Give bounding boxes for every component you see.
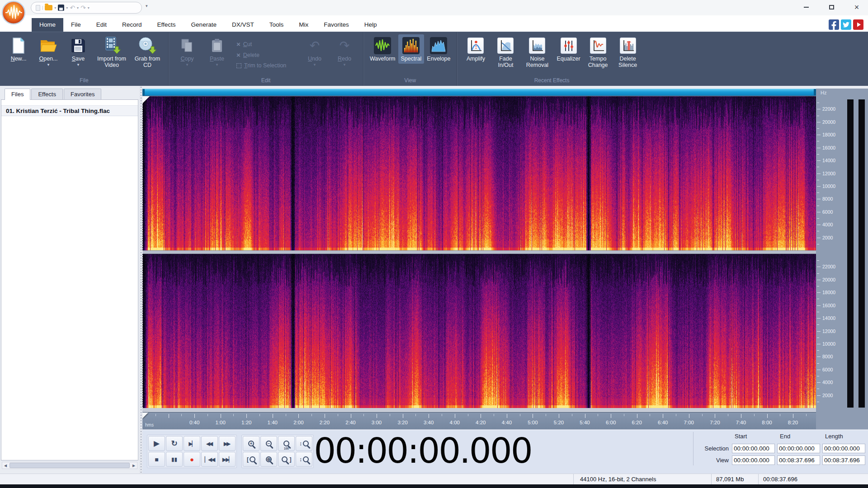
- loop-button[interactable]: ↻: [166, 436, 183, 451]
- status-file-size: 87,091 Mb: [711, 474, 758, 484]
- rewind-button[interactable]: ◀◀: [201, 436, 218, 451]
- close-icon: ×: [854, 3, 859, 11]
- menu-tab-mix[interactable]: Mix: [291, 18, 316, 32]
- time-tick-label: 8:20: [788, 420, 798, 425]
- cut-button[interactable]: ×Cut: [236, 41, 295, 47]
- minimize-button[interactable]: [799, 2, 813, 12]
- selection-end-input[interactable]: [777, 444, 820, 453]
- redo-icon[interactable]: ↷: [80, 5, 86, 11]
- menu-tab-effects[interactable]: Effects: [150, 18, 184, 32]
- save-button[interactable]: Save ▼: [63, 34, 93, 68]
- new-button-label: New...: [6, 56, 31, 62]
- trim-to-selection-button[interactable]: Trim to Selection: [236, 62, 295, 69]
- view-length-input[interactable]: [822, 455, 865, 465]
- waveform-horizontal-scrollbar[interactable]: [142, 89, 816, 96]
- copy-button[interactable]: Copy ▼: [172, 34, 202, 68]
- cut-icon: ×: [236, 41, 241, 47]
- fast-forward-button[interactable]: ▶▶: [219, 436, 236, 451]
- envelope-button-label: Envelope: [427, 56, 450, 62]
- new-file-icon[interactable]: [36, 5, 40, 11]
- facebook-icon[interactable]: [829, 19, 839, 30]
- youtube-icon[interactable]: [853, 19, 863, 30]
- open-dropdown-icon[interactable]: ▼: [47, 63, 50, 67]
- save-icon[interactable]: [58, 5, 64, 11]
- view-end-input[interactable]: [777, 455, 820, 465]
- open-dropdown-icon[interactable]: ▾: [54, 6, 56, 10]
- scrollbar-thumb[interactable]: [9, 463, 130, 468]
- amplify-button[interactable]: Amplify: [461, 34, 491, 64]
- grab-from-cd-button[interactable]: Grab from CD: [130, 34, 165, 70]
- zoom-full-button[interactable]: ⊕: [260, 452, 277, 467]
- menu-tab-tools[interactable]: Tools: [262, 18, 292, 32]
- undo-dropdown-icon[interactable]: ▾: [77, 6, 79, 10]
- open-folder-icon[interactable]: [45, 5, 52, 10]
- play-to-next-button[interactable]: ▶▏: [184, 436, 200, 451]
- scroll-right-icon[interactable]: ▶: [131, 464, 137, 468]
- delete-silence-icon: [620, 38, 636, 54]
- selection-start-input[interactable]: [732, 444, 775, 453]
- panel-tab-files[interactable]: Files: [5, 89, 30, 100]
- waveform-view-button[interactable]: Waveform: [367, 34, 398, 64]
- twitter-icon[interactable]: [841, 19, 851, 30]
- hz-tick-label: 8000: [822, 196, 833, 202]
- play-button[interactable]: ▶: [148, 436, 165, 451]
- panel-splitter[interactable]: [139, 86, 142, 474]
- fade-in-out-button[interactable]: Fade In/Out: [491, 34, 520, 70]
- panel-tab-favorites[interactable]: Favorites: [64, 89, 101, 100]
- list-item[interactable]: 01. Kristian Terzić - Tribal Thing.flac: [1, 105, 138, 116]
- maximize-button[interactable]: [825, 2, 838, 12]
- menu-tab-generate[interactable]: Generate: [184, 18, 224, 32]
- time-tick-label: 5:00: [528, 420, 538, 425]
- zoom-out-button[interactable]: −: [260, 436, 277, 451]
- redo-button[interactable]: ↷ Redo ▼: [330, 34, 359, 68]
- stop-button[interactable]: ■: [148, 452, 165, 467]
- cursor-marker-icon[interactable]: [142, 96, 150, 103]
- playback-cursor: [142, 96, 143, 408]
- menu-tab-home[interactable]: Home: [32, 18, 63, 32]
- editor-column: Hz 2200020000180001600014000120001000080…: [142, 86, 868, 474]
- close-button[interactable]: ×: [850, 2, 863, 12]
- file-list-horizontal-scrollbar[interactable]: ◀ ▶: [2, 462, 137, 469]
- spectral-view-button[interactable]: Spectral: [398, 34, 425, 64]
- pause-button[interactable]: ▮▮: [166, 452, 183, 467]
- undo-button[interactable]: ↶ Undo ▼: [300, 34, 330, 68]
- redo-dropdown-icon[interactable]: ▾: [88, 6, 90, 10]
- ruler-cursor-marker-icon[interactable]: [142, 413, 148, 418]
- menu-tab-help[interactable]: Help: [357, 18, 385, 32]
- panel-tab-effects[interactable]: Effects: [31, 89, 63, 100]
- app-logo-icon[interactable]: [1, 0, 26, 25]
- go-to-start-button[interactable]: ▏◀◀: [201, 452, 218, 467]
- zoom-in-button[interactable]: +: [243, 436, 259, 451]
- menu-tab-edit[interactable]: Edit: [89, 18, 114, 32]
- time-ruler[interactable]: 0:401:001:201:402:002:202:403:003:203:40…: [142, 412, 816, 429]
- customize-quick-access-icon[interactable]: ▾: [146, 4, 148, 8]
- delete-button[interactable]: ×Delete: [236, 52, 295, 58]
- spectrogram-channel-left[interactable]: [142, 96, 816, 250]
- level-meters: [845, 89, 868, 412]
- envelope-view-button[interactable]: Envelope: [424, 34, 453, 64]
- selection-length-input[interactable]: [822, 444, 865, 453]
- menu-tab-file[interactable]: File: [63, 18, 89, 32]
- noise-removal-button[interactable]: Noise Removal: [520, 34, 554, 70]
- delete-silence-button[interactable]: Delete Silence: [613, 34, 643, 70]
- go-to-end-button[interactable]: ▶▶▏: [219, 452, 236, 467]
- menu-tab-favorites[interactable]: Favorites: [316, 18, 357, 32]
- zoom-selection-start-button[interactable]: [: [243, 452, 259, 467]
- save-dropdown-icon[interactable]: ▾: [66, 6, 68, 10]
- new-button[interactable]: New...: [4, 34, 33, 64]
- equalizer-button[interactable]: Equalizer: [554, 34, 583, 64]
- tempo-change-button[interactable]: Tempo Change: [583, 34, 613, 70]
- import-from-video-button[interactable]: Import from Video: [93, 34, 130, 70]
- menu-tab-record[interactable]: Record: [114, 18, 150, 32]
- scroll-left-icon[interactable]: ◀: [2, 464, 9, 468]
- undo-icon[interactable]: ↶: [70, 5, 75, 11]
- view-start-input[interactable]: [732, 455, 775, 465]
- save-dropdown-icon[interactable]: ▼: [76, 63, 80, 67]
- spectrogram-channel-right[interactable]: [142, 254, 816, 408]
- open-button[interactable]: Open... ▼: [33, 34, 63, 68]
- transport-controls: ▶↻▶▏◀◀▶▶ ■▮▮●▏◀◀▶▶▏: [147, 435, 237, 468]
- record-button[interactable]: ●: [184, 452, 200, 467]
- paste-button[interactable]: Paste ▼: [202, 34, 232, 68]
- time-tick-label: 3:20: [397, 420, 407, 425]
- menu-tab-dx-vst[interactable]: DX/VST: [224, 18, 262, 32]
